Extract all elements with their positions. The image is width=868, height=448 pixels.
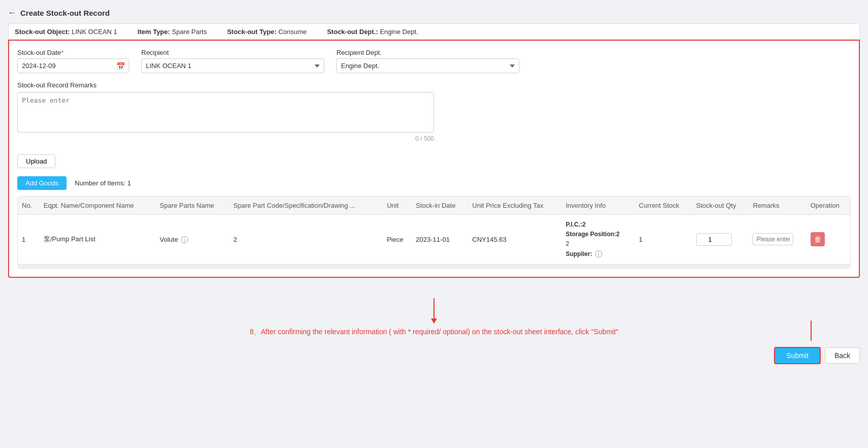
row-remarks-input[interactable] [753, 233, 793, 245]
col-spare-part-code: Spare Part Code/Specification/Drawing ..… [229, 197, 383, 215]
remarks-section: Stock-out Record Remarks 0 / 500 [17, 81, 851, 142]
delete-icon: 🗑 [814, 235, 821, 243]
recipient-label: Recipient [141, 49, 324, 56]
meta-bar: Stock-out Object: LINK OCEAN 1 Item Type… [8, 23, 860, 40]
remarks-label: Stock-out Record Remarks [17, 81, 851, 89]
recipient-select[interactable]: LINK OCEAN 1 [141, 58, 324, 73]
dept-select[interactable]: Engine Dept. [336, 58, 519, 73]
meta-item-type: Item Type: Spare Parts [138, 28, 207, 36]
add-goods-button[interactable]: Add Goods [17, 176, 67, 190]
table-row: 1 泵/Pump Part List Volute i 2 Piece 2023… [18, 215, 850, 264]
submit-arrow-line [811, 321, 812, 341]
cell-inventory-info: P.I.C.:2 Storage Position:2 2 Supplier: … [562, 215, 635, 264]
char-count: 0 / 500 [17, 135, 434, 142]
cell-spare-parts-name: Volute i [156, 215, 229, 264]
back-arrow-icon[interactable]: ← [8, 8, 16, 17]
cell-unit: Piece [383, 215, 412, 264]
form-container: Stock-out Date* 📅 Recipient LINK OCEAN 1… [8, 40, 860, 278]
remarks-textarea[interactable] [17, 92, 434, 133]
col-inventory-info: Inventory Info [562, 197, 635, 215]
cell-stock-out-qty [692, 215, 749, 264]
col-stock-out-qty: Stock-out Qty [692, 197, 749, 215]
col-stock-in-date: Stock-in Date [412, 197, 468, 215]
table-wrapper: No. Eqpt. Name/Component Name Spare Part… [17, 196, 851, 269]
goods-table: No. Eqpt. Name/Component Name Spare Part… [18, 197, 850, 264]
submit-arrow [808, 321, 814, 341]
cell-eqpt-name: 泵/Pump Part List [40, 215, 156, 264]
col-no: No. [18, 197, 40, 215]
dept-group: Recipient Dept. Engine Dept. [336, 49, 519, 73]
cell-stock-in-date: 2023-11-01 [412, 215, 468, 264]
col-current-stock: Current Stock [635, 197, 692, 215]
recipient-group: Recipient LINK OCEAN 1 [141, 49, 324, 73]
cell-remarks [749, 215, 806, 264]
horizontal-scrollbar[interactable] [18, 264, 850, 268]
volute-info-icon[interactable]: i [181, 236, 188, 243]
meta-stock-out-object: Stock-out Object: LINK OCEAN 1 [15, 28, 117, 36]
col-remarks: Remarks [749, 197, 806, 215]
arrow-head [431, 318, 437, 324]
delete-row-button[interactable]: 🗑 [811, 232, 825, 246]
dept-label: Recipient Dept. [336, 49, 519, 56]
col-eqpt-name: Eqpt. Name/Component Name [40, 197, 156, 215]
date-label: Stock-out Date* [17, 49, 129, 56]
cell-spare-part-code: 2 [229, 215, 383, 264]
cell-unit-price: CNY145.63 [468, 215, 562, 264]
col-spare-parts-name: Spare Parts Name [156, 197, 229, 215]
stock-out-qty-input[interactable] [696, 233, 732, 246]
goods-section: Add Goods Number of Items: 1 No. Eqpt. N… [17, 176, 851, 269]
page-title: Create Stock-out Record [20, 9, 110, 17]
arrow-line [433, 298, 435, 318]
supplier-info-icon[interactable]: i [595, 250, 602, 258]
annotation-text: 8、After confirming the relevant informat… [8, 328, 860, 337]
bottom-bar: Submit Back [8, 341, 860, 366]
upload-button[interactable]: Upload [17, 154, 55, 168]
back-button[interactable]: Back [825, 347, 860, 364]
cell-no: 1 [18, 215, 40, 264]
submit-button[interactable]: Submit [774, 347, 821, 364]
meta-stock-out-dept: Stock-out Dept.: Engine Dept. [327, 28, 418, 36]
col-operation: Operation [807, 197, 850, 215]
date-input[interactable] [17, 58, 129, 73]
annotation-section: 8、After confirming the relevant informat… [8, 286, 860, 341]
date-group: Stock-out Date* 📅 [17, 49, 129, 73]
col-unit: Unit [383, 197, 412, 215]
cell-current-stock: 1 [635, 215, 692, 264]
col-unit-price: Unit Price Excluding Tax [468, 197, 562, 215]
cell-operation: 🗑 [807, 215, 850, 264]
meta-stock-out-type: Stock-out Type: Consume [227, 28, 307, 36]
items-count: Number of Items: 1 [75, 179, 131, 187]
arrow-down [8, 298, 860, 324]
